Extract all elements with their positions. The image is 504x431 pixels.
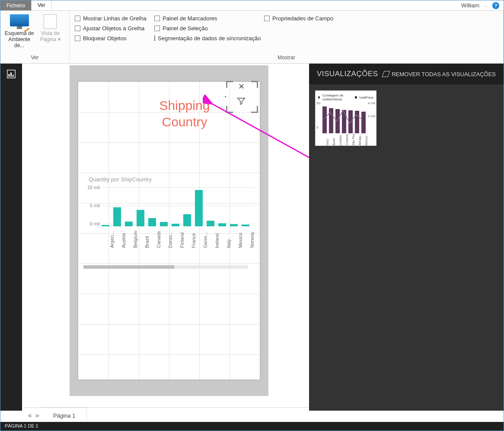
- chart-title: Quantity por ShipCountry: [81, 176, 257, 183]
- chart-visual[interactable]: Quantity por ShipCountry 10 mil 5 mil 0 …: [81, 176, 257, 250]
- remove-all-viz-button[interactable]: REMOVER TODAS AS VISUALIZAÇÕES: [383, 71, 496, 77]
- thumb-line: [322, 100, 369, 130]
- bar[interactable]: [172, 224, 179, 226]
- checkbox-icon: [75, 16, 80, 21]
- svg-rect-3: [13, 75, 14, 77]
- bar-label: Norway: [249, 232, 255, 248]
- check-sync-slicers[interactable]: Segmentação de dados de sincronização: [154, 35, 258, 42]
- bar[interactable]: [242, 225, 249, 226]
- bar-label: France: [191, 233, 196, 248]
- bar[interactable]: [183, 214, 191, 226]
- bar-label: Argen...: [109, 231, 115, 248]
- page-title-text[interactable]: Shipping Country: [141, 97, 228, 130]
- bar[interactable]: [148, 218, 156, 226]
- thumb-bar-label: México ...: [365, 132, 368, 145]
- bar-label: Mexico: [238, 233, 243, 248]
- bar-label: Austria: [121, 233, 126, 248]
- thumb-bar-label: Graz: [326, 139, 329, 145]
- check-show-gridlines[interactable]: Mostrar Linhas de Grelha: [75, 15, 148, 22]
- page-icon: [44, 14, 57, 29]
- help-icon[interactable]: ?: [492, 2, 499, 9]
- check-bookmarks-pane[interactable]: Painel de Marcadores: [154, 15, 258, 22]
- thumb-bar-label: London: [339, 135, 342, 145]
- bar-label: Brazil: [144, 236, 150, 248]
- checkbox-icon: [154, 35, 155, 41]
- legend-dot-icon: [318, 96, 320, 99]
- visualizations-pane: VISUALIZAÇÕES REMOVER TODAS AS VISUALIZA…: [309, 64, 504, 411]
- report-view-button[interactable]: [0, 64, 22, 84]
- visual-selection[interactable]: ✕: [226, 81, 258, 113]
- bar[interactable]: [160, 222, 168, 226]
- svg-rect-1: [9, 74, 10, 77]
- thumb-bar-label: São Pau...: [352, 131, 355, 145]
- monitor-icon: [10, 14, 29, 26]
- viz-thumbnail[interactable]: Contagem de UnitsInStock UnitPrice 50 0 …: [315, 90, 376, 146]
- scroll-thumb[interactable]: [83, 265, 174, 269]
- bar[interactable]: [218, 223, 226, 226]
- layout-view-button[interactable]: Esquema de Ambiente de...: [4, 13, 35, 48]
- bar-chart-icon: [6, 69, 16, 79]
- status-bar: PÁGINA 1 DE 1: [0, 422, 504, 431]
- page-view-label: Vista de Página ▾: [35, 31, 66, 43]
- check-lock-objects[interactable]: Bloquear Objetos: [75, 35, 148, 42]
- page-tab-1[interactable]: Página 1: [42, 408, 87, 423]
- y-tick: 5 mil: [83, 203, 100, 208]
- page-tabs: ◀ ▶ Página 1: [25, 407, 309, 423]
- filter-icon[interactable]: [236, 96, 246, 106]
- bar-label: Denm...: [168, 231, 173, 248]
- checkbox-icon: [75, 26, 80, 31]
- eraser-icon: [382, 71, 390, 77]
- bar[interactable]: [230, 224, 238, 226]
- bar-label: Finland: [179, 232, 185, 248]
- y-tick: 10 mil: [83, 185, 100, 190]
- check-field-properties[interactable]: Propriedades de Campo: [264, 15, 333, 22]
- bar-label: Italy: [226, 239, 231, 248]
- legend-dot-icon: [355, 96, 357, 99]
- bar-label: Canada: [156, 231, 161, 248]
- bar[interactable]: [113, 207, 121, 226]
- bar-label: Germ...: [203, 232, 208, 248]
- report-page[interactable]: Shipping Country ✕ Quantity por ShipCoun…: [78, 82, 260, 380]
- check-snap-to-grid[interactable]: Ajustar Objetos à Grelha: [75, 25, 148, 32]
- thumb-bar-label: Albuqu...: [358, 133, 361, 145]
- layout-view-label: Esquema de Ambiente de...: [4, 31, 35, 48]
- y-tick: 0 mil: [83, 221, 100, 226]
- tab-view[interactable]: Ver: [32, 0, 52, 10]
- svg-rect-2: [10, 72, 12, 77]
- bar-label: Ireland: [214, 233, 220, 248]
- viz-pane-title: VISUALIZAÇÕES: [317, 70, 378, 78]
- ribbon-group-mostrar: Mostrar: [73, 54, 500, 62]
- bar[interactable]: [195, 190, 203, 226]
- thumb-bar-label: Boise: [332, 138, 335, 145]
- checkbox-icon: [154, 16, 160, 21]
- bar-label: Belgium: [133, 231, 138, 248]
- collapse-ribbon-icon[interactable]: ︿: [484, 3, 488, 9]
- checkbox-icon: [264, 16, 270, 21]
- chart-scrollbar[interactable]: [83, 265, 248, 269]
- checkbox-icon: [154, 26, 160, 31]
- bar[interactable]: [137, 210, 144, 226]
- page-view-button: Vista de Página ▾: [35, 13, 66, 43]
- page-prev-button[interactable]: ◀: [25, 412, 33, 418]
- left-rail: [0, 64, 22, 411]
- bar[interactable]: [102, 225, 109, 226]
- chart-plot: [102, 186, 255, 226]
- user-name: William: [461, 2, 479, 9]
- thumb-bar-label: Cunewa...: [345, 132, 348, 145]
- thumb-y-tick: 50: [316, 101, 320, 105]
- close-icon[interactable]: ✕: [238, 82, 245, 91]
- bar[interactable]: [125, 222, 133, 226]
- thumb-y-tick: 0: [316, 125, 318, 129]
- report-canvas[interactable]: Shipping Country ✕ Quantity por ShipCoun…: [22, 64, 309, 411]
- checkbox-icon: [75, 35, 80, 41]
- bar[interactable]: [207, 221, 214, 226]
- page-next-button[interactable]: ▶: [33, 412, 42, 418]
- check-selection-pane[interactable]: Painel de Seleção: [154, 25, 258, 32]
- tab-file[interactable]: Ficheiro: [0, 0, 32, 10]
- ribbon-group-ver: Ver: [4, 54, 66, 62]
